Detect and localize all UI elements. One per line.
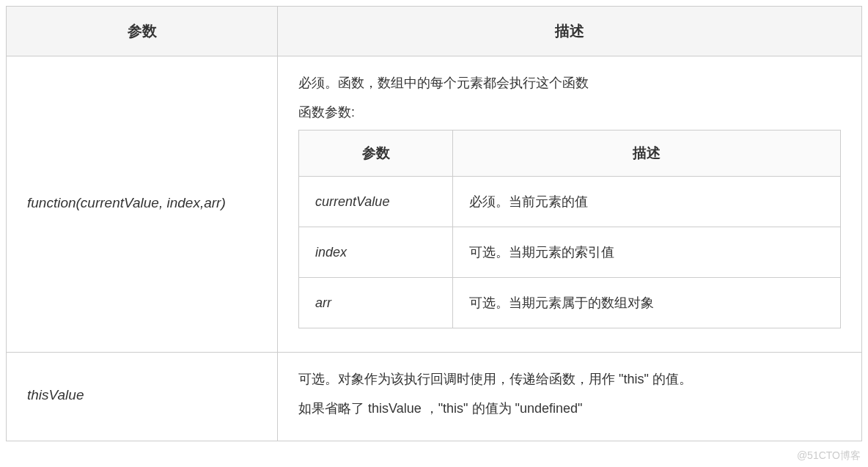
desc-text: 如果省略了 thisValue ，"this" 的值为 "undefined" — [298, 395, 841, 422]
inner-param-desc: 可选。当期元素属于的数组对象 — [453, 278, 841, 328]
col-header-param: 参数 — [7, 7, 278, 56]
params-table: 参数 描述 function(currentValue, index,arr) … — [6, 6, 862, 441]
param-desc-cell: 必须。函数，数组中的每个元素都会执行这个函数 函数参数: 参数 描述 — [278, 56, 862, 353]
table-row: function(currentValue, index,arr) 必须。函数，… — [7, 56, 862, 353]
param-name-cell: thisValue — [7, 353, 278, 441]
inner-param-desc: 可选。当期元素的索引值 — [453, 227, 841, 278]
inner-table-row: index 可选。当期元素的索引值 — [299, 227, 841, 278]
inner-param-desc: 必须。当前元素的值 — [453, 177, 841, 227]
desc-text: 必须。函数，数组中的每个元素都会执行这个函数 — [298, 70, 841, 96]
inner-col-header-param: 参数 — [299, 130, 453, 177]
col-header-desc: 描述 — [278, 7, 862, 56]
inner-param-name: currentValue — [299, 177, 453, 227]
inner-param-name: arr — [299, 278, 453, 328]
param-name-cell: function(currentValue, index,arr) — [7, 56, 278, 353]
inner-params-table: 参数 描述 currentValue 必须。当前元素的值 index — [298, 130, 841, 328]
desc-text: 可选。对象作为该执行回调时使用，传递给函数，用作 "this" 的值。 — [298, 366, 841, 392]
desc-text: 函数参数: — [298, 99, 841, 125]
inner-table-scroll[interactable]: 参数 描述 currentValue 必须。当前元素的值 index — [298, 130, 841, 336]
table-row: thisValue 可选。对象作为该执行回调时使用，传递给函数，用作 "this… — [7, 353, 862, 441]
inner-col-header-desc: 描述 — [453, 130, 841, 177]
inner-param-name: index — [299, 227, 453, 278]
param-desc-cell: 可选。对象作为该执行回调时使用，传递给函数，用作 "this" 的值。 如果省略… — [278, 353, 862, 441]
inner-table-row: arr 可选。当期元素属于的数组对象 — [299, 278, 841, 328]
inner-table-row: currentValue 必须。当前元素的值 — [299, 177, 841, 227]
